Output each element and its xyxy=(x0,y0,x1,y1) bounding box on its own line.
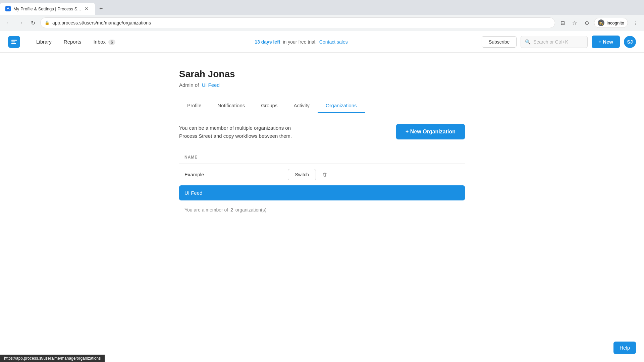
profile-icon[interactable]: ⊙ xyxy=(582,18,591,27)
browser-chrome: My Profile & Settings | Process S... ✕ +… xyxy=(0,0,644,31)
forward-button[interactable]: → xyxy=(16,18,25,27)
member-count-number: 2 xyxy=(230,207,233,213)
top-nav: Library Reports Inbox 6 13 days left in … xyxy=(0,31,644,53)
back-button[interactable]: ← xyxy=(4,18,13,27)
tab-favicon xyxy=(5,6,11,11)
organizations-table: NAME Example Switch xyxy=(179,151,465,200)
new-organization-button[interactable]: + New Organization xyxy=(396,124,465,139)
logo-icon xyxy=(8,36,20,48)
lock-icon: 🔒 xyxy=(45,20,50,25)
toolbar-actions: ⊟ ☆ ⊙ 🕵 Incognito ⋮ xyxy=(558,18,640,28)
org-name-uifeed: UI Feed xyxy=(184,190,460,196)
new-tab-button[interactable]: + xyxy=(96,4,106,13)
address-bar[interactable]: 🔒 app.process.st/users/me/manage/organiz… xyxy=(40,17,555,28)
avatar[interactable]: SJ xyxy=(624,36,636,48)
profile-tabs: Profile Notifications Groups Activity Or… xyxy=(179,99,465,113)
incognito-icon: 🕵 xyxy=(598,19,604,26)
status-url: https://app.process.st/users/me/manage/o… xyxy=(4,356,101,361)
active-org-row: UI Feed xyxy=(179,185,465,200)
library-link[interactable]: Library xyxy=(31,36,57,47)
logo[interactable] xyxy=(8,36,20,48)
delete-button-example[interactable] xyxy=(319,169,331,181)
inbox-link[interactable]: Inbox 6 xyxy=(88,36,121,48)
subscribe-button[interactable]: Subscribe xyxy=(482,36,517,48)
bookmark-icon[interactable]: ☆ xyxy=(570,18,579,27)
browser-tabs: My Profile & Settings | Process S... ✕ + xyxy=(0,0,644,15)
help-button[interactable]: Help xyxy=(613,342,636,354)
incognito-label: Incognito xyxy=(606,20,624,25)
table-row: Example Switch xyxy=(179,164,465,186)
main-content: Sarah Jonas Admin of UI Feed Profile Not… xyxy=(171,53,473,229)
incognito-button[interactable]: 🕵 Incognito xyxy=(594,18,628,28)
table-row-active: UI Feed xyxy=(179,185,465,200)
profile-header: Sarah Jonas Admin of UI Feed xyxy=(171,69,473,99)
org-name-example: Example xyxy=(184,172,204,177)
search-placeholder: Search or Ctrl+K xyxy=(533,39,568,45)
new-button[interactable]: + New xyxy=(592,36,620,48)
trial-banner: 13 days left in your free trial. Contact… xyxy=(121,39,482,45)
tab-groups[interactable]: Groups xyxy=(253,99,285,113)
search-icon: 🔍 xyxy=(525,39,531,45)
contact-sales-link[interactable]: Contact sales xyxy=(319,39,348,45)
orgs-top: You can be a member of multiple organiza… xyxy=(179,124,465,140)
tab-activity[interactable]: Activity xyxy=(285,99,318,113)
nav-actions: Subscribe 🔍 Search or Ctrl+K + New SJ xyxy=(482,36,636,48)
tab-close-button[interactable]: ✕ xyxy=(84,6,90,12)
tab-title: My Profile & Settings | Process S... xyxy=(13,6,81,11)
menu-icon[interactable]: ⋮ xyxy=(631,18,640,27)
desc-line2: Process Street and copy workflows betwee… xyxy=(179,133,292,139)
admin-prefix: Admin of xyxy=(179,82,199,88)
tab-notifications[interactable]: Notifications xyxy=(210,99,253,113)
organizations-content: You can be a member of multiple organiza… xyxy=(171,113,473,213)
member-count-prefix: You are a member of xyxy=(184,207,228,213)
cast-icon[interactable]: ⊟ xyxy=(558,18,567,27)
tab-organizations[interactable]: Organizations xyxy=(318,99,365,113)
app: Library Reports Inbox 6 13 days left in … xyxy=(0,31,644,229)
inbox-label: Inbox xyxy=(93,39,106,45)
admin-org-link[interactable]: UI Feed xyxy=(202,82,219,88)
member-count-text: You are a member of 2 organization(s) xyxy=(179,207,465,213)
reload-button[interactable]: ↻ xyxy=(28,18,38,27)
browser-toolbar: ← → ↻ 🔒 app.process.st/users/me/manage/o… xyxy=(0,15,644,31)
profile-admin-text: Admin of UI Feed xyxy=(179,82,465,88)
orgs-description: You can be a member of multiple organiza… xyxy=(179,124,292,140)
desc-line1: You can be a member of multiple organiza… xyxy=(179,125,291,131)
trial-normal-text: in your free trial. xyxy=(283,39,316,45)
switch-button-example[interactable]: Switch xyxy=(288,169,316,180)
trial-days-text: 13 days left xyxy=(255,39,280,45)
nav-links: Library Reports Inbox 6 xyxy=(31,36,121,48)
active-tab[interactable]: My Profile & Settings | Process S... ✕ xyxy=(0,3,95,15)
tab-profile[interactable]: Profile xyxy=(179,99,210,113)
url-text: app.process.st/users/me/manage/organizat… xyxy=(52,20,551,25)
trash-icon xyxy=(322,172,327,177)
inbox-badge: 6 xyxy=(108,40,115,45)
member-count-suffix: organization(s) xyxy=(235,207,267,213)
name-column-header: NAME xyxy=(179,151,282,164)
reports-link[interactable]: Reports xyxy=(58,36,87,47)
row-actions-example: Switch xyxy=(288,169,460,181)
profile-name: Sarah Jonas xyxy=(179,69,465,79)
search-box[interactable]: 🔍 Search or Ctrl+K xyxy=(521,36,588,48)
status-bar: https://app.process.st/users/me/manage/o… xyxy=(0,355,105,362)
